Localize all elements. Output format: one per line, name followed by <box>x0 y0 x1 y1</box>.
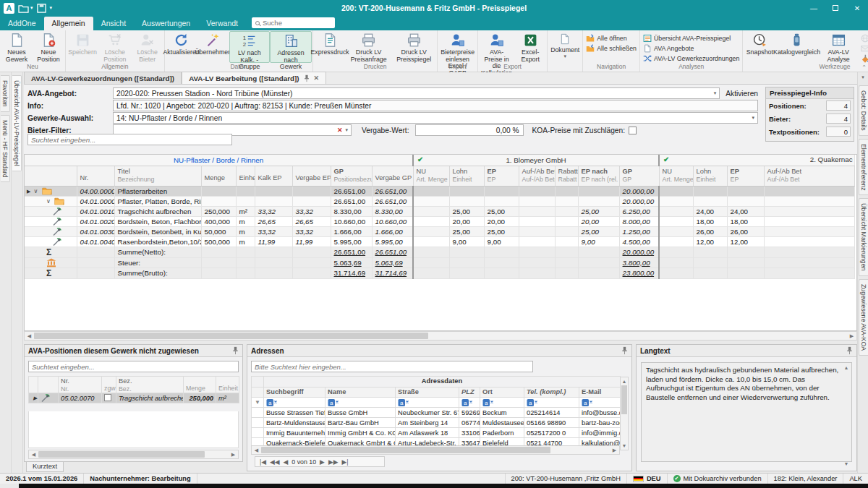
cell-b2-lohn[interactable] <box>693 186 727 196</box>
kurztext-tab[interactable]: Kurztext <box>26 462 64 472</box>
cell-kalk-ep[interactable]: 11,99 <box>255 236 292 247</box>
uebernehmen-button[interactable]: Übernehmen <box>197 31 229 63</box>
grid-search-input[interactable] <box>31 136 229 144</box>
cell-b1-nu[interactable] <box>413 196 449 206</box>
col-vergabe-gp[interactable]: Vergabe GP <box>372 166 413 186</box>
cell-plz[interactable]: 06774 <box>459 418 480 428</box>
row-gutter[interactable]: ▶∨ <box>25 186 77 196</box>
cell-b2-auf[interactable] <box>764 236 854 247</box>
langtext-vertical-scrollbar[interactable]: ▲ ▼ <box>842 364 851 468</box>
filter-strasse[interactable] <box>396 398 459 408</box>
close-window-button[interactable]: ✕ <box>846 0 868 16</box>
cell-b2-nu[interactable] <box>659 226 693 236</box>
cell-b2-lohn[interactable]: 26,00 <box>693 226 727 236</box>
cell-b2-nu[interactable] <box>659 196 693 206</box>
pager-fast-back-icon[interactable]: ◀◀ <box>270 458 280 466</box>
cell-b1-auf[interactable] <box>519 206 555 216</box>
cell-b1-lohn[interactable]: 25,00 <box>449 206 484 216</box>
cell-b1-lohn[interactable]: 25,00 <box>449 226 484 236</box>
cell-b2-ep[interactable]: 24,00 <box>727 206 764 216</box>
col-titel[interactable]: TitelBezeichnung <box>114 166 201 186</box>
scrollbar-thumb[interactable] <box>34 333 428 339</box>
col-strasse[interactable]: Straße <box>396 388 459 398</box>
cell-b2-auf[interactable] <box>764 216 854 226</box>
cell-titel[interactable]: Rasenbordstein,Beton,10/25,Kies... <box>114 236 201 247</box>
cell-vergabe-ep[interactable]: 11,99 <box>292 236 331 247</box>
cell-b2-lohn[interactable]: 12,00 <box>693 236 727 247</box>
loesche-bieter-button[interactable]: Lösche Bieter <box>132 31 163 63</box>
ribbon-collapse-chevron[interactable]: ⌃ <box>861 64 867 71</box>
col-b2-auf-ab[interactable]: Auf-/Ab BetAuf-/Ab Bet <box>764 166 854 186</box>
uebersicht-ava-preisspiegel-button[interactable]: Übersicht AVA-Preisspiegel <box>641 33 733 43</box>
minimize-button[interactable]: — <box>803 0 825 16</box>
cell-einheit[interactable]: m² <box>216 393 239 403</box>
cell-vergabe-ep[interactable] <box>292 196 331 206</box>
cell-b1-rabatt[interactable] <box>555 216 578 226</box>
cell-tel[interactable]: 025214614 <box>524 408 579 418</box>
filter-email[interactable] <box>579 398 621 408</box>
cell-vergabe-gp[interactable]: 1.666,00 <box>372 226 413 236</box>
cell-b1-lohn[interactable]: 9,00 <box>449 236 484 247</box>
row-gutter[interactable] <box>25 226 77 236</box>
tab-ansicht[interactable]: Ansicht <box>93 17 134 30</box>
cell-b1-gp[interactable]: 4.500,00 <box>619 236 659 247</box>
vergabe-wert-input[interactable]: 0,00 % <box>415 124 524 136</box>
cell-b2-auf[interactable] <box>764 206 854 216</box>
cell-b2-ep[interactable]: 18,00 <box>727 216 764 226</box>
cell-bez[interactable]: Tragschicht aufbrechen <box>116 393 184 403</box>
col-tel[interactable]: Tel. (kompl.) <box>524 388 579 398</box>
pin-icon[interactable] <box>846 346 853 355</box>
expander-icon[interactable]: ∨ <box>33 188 38 194</box>
save-button[interactable] <box>37 4 46 13</box>
pager-fast-next-icon[interactable]: ▶▶ <box>328 458 339 466</box>
cell-menge[interactable] <box>201 186 236 196</box>
cell-menge[interactable]: 50,000 <box>201 226 236 236</box>
cell-b1-rabatt[interactable] <box>555 186 578 196</box>
scroll-right-icon[interactable]: ▶ <box>847 332 856 340</box>
cell-ort[interactable]: Paderborn <box>480 428 524 438</box>
sidebar-tab-uebersicht-preisspiegel[interactable]: Übersicht AVA-LV-Preisspiegel <box>12 75 22 171</box>
col-b1-ep[interactable]: EPEP <box>484 166 519 186</box>
col-plz[interactable]: PLZ <box>459 388 480 398</box>
tab-addone[interactable]: AddOne <box>0 17 44 30</box>
sidebar-tab-gebot-details[interactable]: Gebot: Details <box>859 85 868 136</box>
pager-back-icon[interactable]: ◀ <box>284 458 289 466</box>
scrollbar-thumb[interactable] <box>38 451 205 458</box>
adressen-search-input[interactable] <box>255 363 529 371</box>
positions-search-input[interactable] <box>32 363 235 371</box>
cell-menge[interactable]: 250,000 <box>184 393 216 403</box>
bieterpreise-einlesen-button[interactable]: Bieterpreise einlesen Excel / GAEB <box>438 31 477 63</box>
cell-titel[interactable]: Pflasterarbeiten <box>114 186 201 196</box>
tab-allgemein[interactable]: Allgemein <box>44 17 93 30</box>
scrollbar-thumb[interactable] <box>261 447 550 453</box>
cell-kalk-ep[interactable] <box>255 186 292 196</box>
cell-tel[interactable]: 052517200 0 <box>524 428 579 438</box>
cell-titel[interactable]: Pflaster, Platten, Borde, Rinn... <box>114 196 201 206</box>
loesche-position-button[interactable]: Lösche Position <box>98 31 132 63</box>
filter-name[interactable] <box>326 398 396 408</box>
doc-tab-gewerkezuordnungen[interactable]: AVA-LV-Gewerkezuordnungen ([Standard]) <box>24 72 182 84</box>
cell-tel[interactable]: 05166 98890 <box>524 418 579 428</box>
filter-ort[interactable] <box>480 398 524 408</box>
cell-einheit[interactable]: m <box>236 236 255 247</box>
cell-nr[interactable]: 05.02.0070 <box>59 393 102 403</box>
cell-zgw[interactable] <box>102 393 116 403</box>
pin-icon[interactable] <box>304 74 310 82</box>
col-gp[interactable]: GPPositionsbezug <box>331 166 372 186</box>
col-b1-lohn[interactable]: LohnEinheit <box>449 166 484 186</box>
cell-kalk-ep[interactable] <box>255 196 292 206</box>
cell-b1-lohn[interactable]: 20,00 <box>449 216 484 226</box>
cell-b1-ep-nach[interactable]: 20,00 <box>578 216 619 226</box>
scroll-down-icon[interactable]: ▼ <box>842 460 851 468</box>
cell-b1-lohn[interactable] <box>449 196 484 206</box>
cell-einheit[interactable]: m <box>236 216 255 226</box>
cell-ort[interactable]: Muldestausee <box>480 418 524 428</box>
row-gutter[interactable] <box>25 236 77 247</box>
adressen-search[interactable] <box>251 361 533 372</box>
cell-b1-ep[interactable] <box>484 186 519 196</box>
col-b2-lohn[interactable]: LohnEinheit <box>693 166 727 186</box>
cell-gp[interactable]: 26.651,00 <box>331 196 372 206</box>
cell-b2-lohn[interactable] <box>693 196 727 206</box>
sidebar-tab-favoriten[interactable]: Favoriten <box>1 75 10 112</box>
webseite-aufrufen-button[interactable]: Webseite aufrufen <box>859 33 868 43</box>
